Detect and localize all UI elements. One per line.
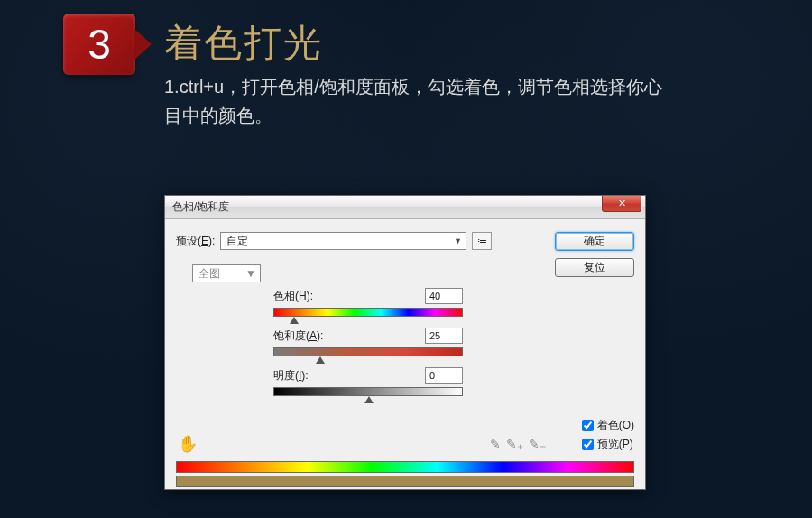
lightness-input[interactable]: 0: [425, 367, 463, 384]
eyedropper-add-icon[interactable]: ✎₊: [506, 437, 523, 451]
saturation-thumb[interactable]: [316, 356, 325, 364]
hand-icon[interactable]: ✋: [178, 434, 198, 454]
preset-row: 预设(E): 自定 ▼ ≔: [176, 232, 492, 250]
hue-thumb[interactable]: [290, 317, 299, 324]
lightness-label: 明度(I):: [273, 368, 309, 384]
colorize-input[interactable]: [582, 420, 594, 431]
preset-menu-button[interactable]: ≔: [472, 232, 492, 250]
saturation-row: 饱和度(A): 25: [273, 328, 463, 344]
hue-row: 色相(H): 40: [273, 288, 463, 304]
tools-row: ✋ ✎ ✎₊ ✎₋: [178, 434, 546, 454]
channel-value: 全图: [198, 266, 220, 282]
step-badge: 3: [63, 14, 135, 75]
saturation-input[interactable]: 25: [425, 328, 463, 344]
colorize-checkbox[interactable]: 着色(O): [582, 418, 634, 433]
saturation-slider[interactable]: [273, 347, 463, 356]
sliders: 色相(H): 40 饱和度(A): 25 明度(I): 0: [273, 288, 463, 396]
lightness-row: 明度(I): 0: [273, 367, 463, 384]
preview-input[interactable]: [582, 439, 594, 450]
saturation-label: 饱和度(A):: [273, 328, 323, 344]
preset-value: 自定: [226, 234, 248, 249]
preview-checkbox[interactable]: 预览(P): [582, 437, 634, 452]
checkbox-group: 着色(O) 预览(P): [582, 418, 634, 456]
eyedropper-group: ✎ ✎₊ ✎₋: [490, 437, 546, 451]
hue-label: 色相(H):: [273, 289, 313, 304]
hue-slider[interactable]: [273, 308, 463, 317]
menu-icon: ≔: [477, 236, 487, 247]
preset-select[interactable]: 自定 ▼: [220, 232, 466, 250]
dialog-titlebar[interactable]: 色相/饱和度 ✕: [165, 196, 645, 219]
reset-button[interactable]: 复位: [555, 258, 634, 277]
ok-button[interactable]: 确定: [555, 232, 634, 251]
chevron-down-icon: ▼: [454, 236, 462, 245]
close-icon: ✕: [618, 198, 626, 209]
colorize-label: 着色(O): [597, 418, 634, 433]
channel-select[interactable]: 全图 ▼: [192, 264, 261, 282]
step-description: 1.ctrl+u，打开色相/饱和度面板，勾选着色，调节色相选择你心目中的颜色。: [164, 72, 669, 130]
step-number: 3: [88, 20, 111, 69]
hue-saturation-dialog: 色相/饱和度 ✕ 预设(E): 自定 ▼ ≔ 确定 复位 全图 ▼: [164, 195, 646, 490]
preset-label: 预设(E):: [176, 234, 215, 249]
dialog-buttons: 确定 复位: [555, 232, 634, 277]
eyedropper-subtract-icon[interactable]: ✎₋: [529, 437, 546, 451]
preview-label: 预览(P): [597, 437, 633, 452]
dialog-title: 色相/饱和度: [172, 199, 229, 215]
step-title: 着色打光: [164, 18, 323, 69]
dialog-body: 预设(E): 自定 ▼ ≔ 确定 复位 全图 ▼ 色相(H): 40: [165, 219, 645, 489]
result-color-bar: [176, 476, 634, 487]
spectrum-bar: [176, 461, 634, 473]
eyedropper-icon[interactable]: ✎: [490, 437, 501, 451]
lightness-thumb[interactable]: [364, 396, 374, 403]
chevron-down-icon: ▼: [245, 267, 256, 280]
lightness-slider[interactable]: [273, 387, 463, 396]
close-button[interactable]: ✕: [602, 196, 641, 212]
hue-input[interactable]: 40: [425, 288, 463, 304]
